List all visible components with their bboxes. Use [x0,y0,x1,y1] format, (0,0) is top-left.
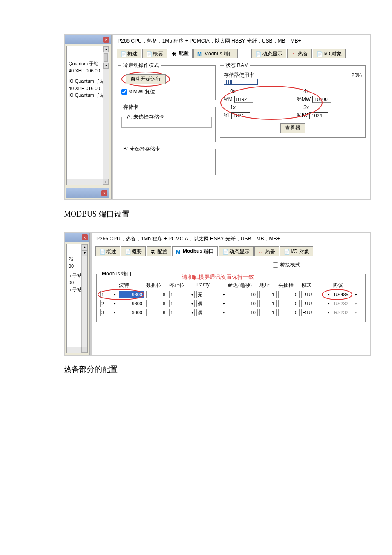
viewer-button[interactable]: 查看器 [280,123,305,133]
tab-config[interactable]: 🛠配置 [168,49,193,58]
tab-hotstandby[interactable]: ⛬热备 [254,246,279,256]
auto-run-button[interactable]: 自动开始运行 [126,74,166,84]
tab-config[interactable]: 🛠配置 [147,246,171,256]
parity-select[interactable]: 偶 [196,309,226,316]
mode-select[interactable]: RTU [301,309,331,316]
tab-bar: 📄概述 📄概要 🛠配置 MModbus 端口 📄动态显示 ⛬热备 📄I/O 对象 [113,47,370,58]
parity-select[interactable]: 偶 [196,300,226,307]
tree-view[interactable]: 站 00 n 子站 00 n 子站 ▴ ▾ ▸ [66,244,88,353]
tree-item[interactable]: IO Quantum 子站 [69,78,107,85]
modbus-icon: M [176,249,181,254]
tab-summary[interactable]: 📄概要 [121,246,146,256]
port-select[interactable]: 3 [100,309,117,316]
vertical-scrollbar[interactable]: ▴ ▾ [103,46,109,179]
close-icon[interactable]: × [103,37,109,43]
scroll-down-icon[interactable]: ▾ [103,63,109,69]
scroll-down-icon[interactable]: ▾ [82,250,87,256]
hot-icon: ⛬ [291,51,296,56]
close-icon[interactable]: × [82,234,88,240]
head-input[interactable]: 0 [278,291,300,298]
dbits-input[interactable]: 8 [146,291,167,298]
sbits-select[interactable]: 1 [169,300,195,307]
scroll-up-icon[interactable]: ▴ [82,244,87,250]
scroll-right-icon[interactable]: ▸ [81,347,87,353]
doc-icon: 📄 [146,51,151,56]
doc-icon: 📄 [284,249,289,254]
vertical-scrollbar[interactable]: ▴ ▾ [81,244,87,347]
hdr-parity: Parity [196,282,226,289]
ram-legend: 状态 RAM [224,62,250,69]
cold-start-group: 冷启动操作模式 自动开始运行 %MWi 复位 [118,62,216,100]
tab-hotstandby[interactable]: ⛬热备 [287,49,312,58]
ram-bar [224,79,258,85]
port-select[interactable]: 2 [100,300,117,307]
modbus-port-group: Modbus 端口 请和触摸屏通讯设置保持一致 波特 数据位 停止位 Parit… [96,270,366,322]
ram-iw-input[interactable]: 1024 [309,112,328,119]
screenshot-modbus: × 站 00 n 子站 00 n 子站 ▴ ▾ ▸ P [64,232,371,356]
head-input[interactable]: 0 [278,300,300,307]
scroll-up-icon[interactable]: ▴ [103,46,109,52]
bridge-mode-label: 桥接模式 [280,261,300,269]
port-select[interactable]: 1 [100,291,117,298]
ram-mw-prefix: %MW [297,96,311,102]
delay-input[interactable]: 10 [228,300,258,307]
ram-iw-prefix: %IW [297,113,308,119]
dbits-input[interactable]: 8 [146,309,167,316]
card-a-group: 存储卡 A: 未选择存储卡 [118,104,216,142]
close-icon[interactable]: × [101,190,107,196]
caption-hotstandby: 热备部分的配置 [64,364,392,374]
config-icon: 🛠 [150,249,156,254]
doc-icon: 📄 [255,51,260,56]
delay-input[interactable]: 10 [228,291,258,298]
tree-item[interactable]: IO Quantum 子站 [69,92,107,99]
doc-icon: 📄 [125,249,130,254]
proto-select[interactable]: RS485 [333,291,358,298]
tree-item[interactable]: Quantum 子站 [69,60,107,67]
tab-modbus[interactable]: MModbus 端口 [193,49,238,58]
baud-input[interactable]: 9600 [119,291,144,298]
tab-anim[interactable]: 📄动态显示 [219,246,254,256]
head-input[interactable]: 0 [278,309,300,316]
mode-select[interactable]: RTU [301,300,331,307]
scroll-thumb[interactable] [104,53,108,62]
tab-label: 动态显示 [262,50,282,58]
tree-view[interactable]: Quantum 子站 40 XBP 006 00 IO Quantum 子站 4… [66,46,109,185]
tab-summary[interactable]: 📄概要 [142,49,167,58]
scroll-right-icon[interactable]: ▸ [103,179,109,185]
mwi-reset-checkbox[interactable] [121,89,127,95]
addr-input[interactable]: 1 [259,300,277,307]
tab-label: 概述 [106,248,116,255]
addr-input[interactable]: 1 [259,309,277,316]
ram-mw-input[interactable]: 10000 [312,96,331,103]
modbus-row: 2 9600 8 1 偶 10 1 0 RTU RS232 [100,300,362,307]
addr-input[interactable]: 1 [259,291,277,298]
dbits-input[interactable]: 8 [146,300,167,307]
modbus-row: 1 9600 8 1 无 10 1 0 RTU RS485 [100,291,362,298]
tab-desc[interactable]: 📄概述 [117,49,141,58]
warn-text: 请和触摸屏通讯设置保持一致 [182,273,254,281]
tab-desc[interactable]: 📄概述 [95,246,120,256]
mode-select[interactable]: RTU [301,291,331,298]
tab-io[interactable]: 📄I/O 对象 [313,49,346,58]
modbus-headers: 波特 数据位 停止位 Parity 延迟(毫秒) 地址 头插槽 模式 协议 [100,282,362,289]
ram-i-input[interactable]: 1024 [231,112,250,119]
hdr-addr: 地址 [259,282,277,289]
cold-start-legend: 冷启动操作模式 [121,62,161,69]
bridge-mode-checkbox[interactable] [273,262,278,268]
tree-item[interactable]: 40 XBP 016 00 [69,85,107,92]
horizontal-scrollbar[interactable]: ▸ [67,347,87,353]
sbits-select[interactable]: 1 [169,309,195,316]
tree-item[interactable]: 40 XBP 006 00 [69,67,107,75]
baud-input[interactable]: 9600 [119,309,144,316]
horizontal-scrollbar[interactable]: ▸ [67,179,109,185]
baud-input[interactable]: 9600 [119,300,144,307]
ram-usage-pct: 20% [352,72,362,78]
sbits-select[interactable]: 1 [169,291,195,298]
delay-input[interactable]: 10 [228,309,258,316]
parity-select[interactable]: 无 [196,291,226,298]
tab-modbus[interactable]: MModbus 端口 [172,246,218,256]
tab-io[interactable]: 📄I/O 对象 [280,246,313,256]
ram-m-input[interactable]: 8192 [234,96,253,103]
hdr-delay: 延迟(毫秒) [228,282,258,289]
tab-anim[interactable]: 📄动态显示 [251,49,286,58]
